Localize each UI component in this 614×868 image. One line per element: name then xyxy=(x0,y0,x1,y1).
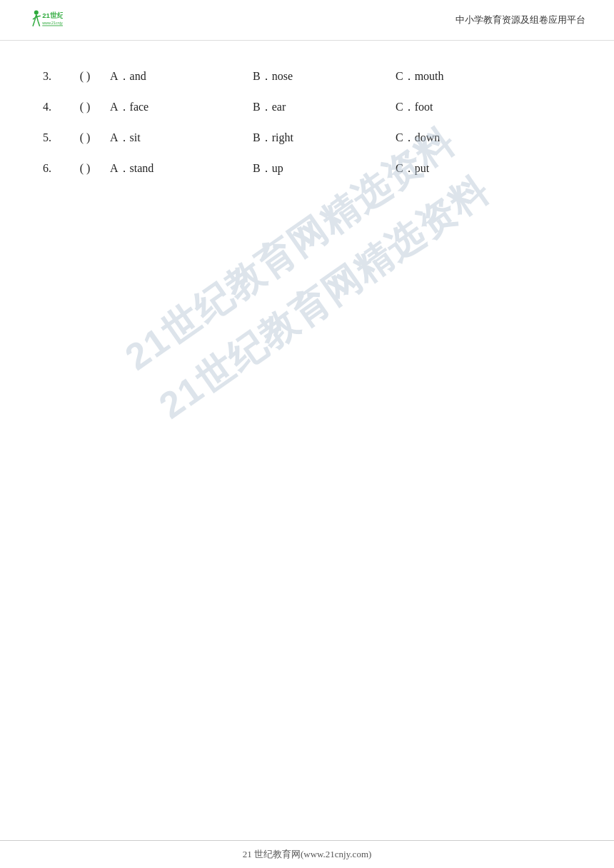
svg-text:www.21cnjy.com: www.21cnjy.com xyxy=(41,21,63,25)
q6-option-c: C．put xyxy=(396,161,538,176)
q4-option-c: C．foot xyxy=(396,100,538,115)
footer: 21 世纪教育网(www.21cnjy.com) xyxy=(0,840,614,868)
q5-option-c: C．down xyxy=(396,131,538,146)
question-row-3: 3. ( ) A．and B．nose C．mouth xyxy=(43,69,571,84)
q4-option-b: B．ear xyxy=(253,100,396,115)
q6-bracket: ( ) xyxy=(60,162,110,175)
q5-option-b: B．right xyxy=(253,131,396,146)
q3-number: 3. xyxy=(43,70,60,83)
q5-option-a: A．sit xyxy=(110,131,253,146)
footer-text: 21 世纪教育网(www.21cnjy.com) xyxy=(243,849,372,859)
q6-option-a: A．stand xyxy=(110,161,253,176)
q3-option-a: A．and xyxy=(110,69,253,84)
q4-options: A．face B．ear C．foot xyxy=(110,100,571,115)
svg-line-3 xyxy=(33,21,34,26)
question-row-5: 5. ( ) A．sit B．right C．down xyxy=(43,131,571,146)
platform-label: 中小学教育资源及组卷应用平台 xyxy=(456,14,585,26)
main-content: 3. ( ) A．and B．nose C．mouth 4. ( ) A．fac… xyxy=(0,41,614,221)
q5-bracket: ( ) xyxy=(60,131,110,144)
svg-text:21世纪教育: 21世纪教育 xyxy=(42,11,63,19)
q4-bracket: ( ) xyxy=(60,101,110,113)
q5-number: 5. xyxy=(43,131,60,144)
q6-options: A．stand B．up C．put xyxy=(110,161,571,176)
q3-options: A．and B．nose C．mouth xyxy=(110,69,571,84)
svg-rect-9 xyxy=(42,26,63,26)
q6-option-b: B．up xyxy=(253,161,396,176)
q4-option-a: A．face xyxy=(110,100,253,115)
logo-area: 21世纪教育 www.21cnjy.com xyxy=(29,7,63,33)
svg-point-0 xyxy=(34,11,39,15)
q3-option-c: C．mouth xyxy=(396,69,538,84)
header: 21世纪教育 www.21cnjy.com 中小学教育资源及组卷应用平台 xyxy=(0,0,614,41)
svg-line-4 xyxy=(38,21,39,26)
q3-option-b: B．nose xyxy=(253,69,396,84)
q3-bracket: ( ) xyxy=(60,70,110,83)
q5-options: A．sit B．right C．down xyxy=(110,131,571,146)
q4-number: 4. xyxy=(43,101,60,113)
question-row-4: 4. ( ) A．face B．ear C．foot xyxy=(43,100,571,115)
q6-number: 6. xyxy=(43,162,60,175)
question-row-6: 6. ( ) A．stand B．up C．put xyxy=(43,161,571,176)
svg-line-2 xyxy=(36,15,38,21)
logo-icon: 21世纪教育 www.21cnjy.com xyxy=(29,7,63,33)
